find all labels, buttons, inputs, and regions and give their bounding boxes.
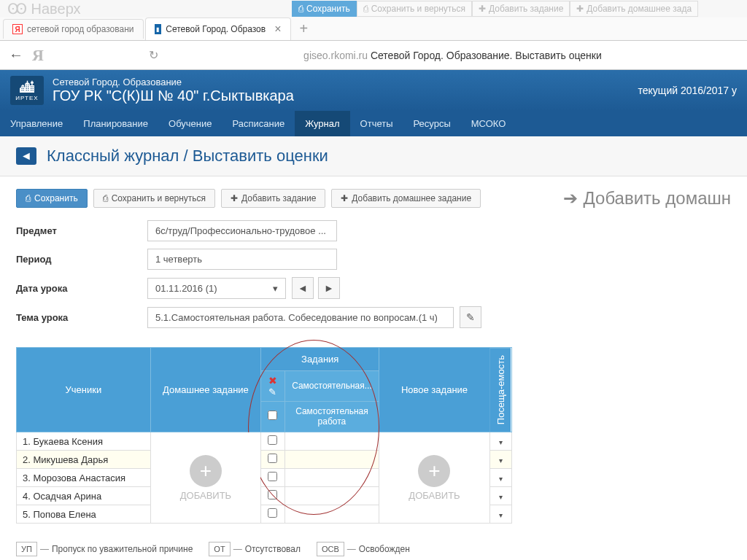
background-toolbar: Ꙭ Наверх ⎙ Сохранить ⎙ Сохранить и верну…	[0, 0, 747, 18]
attendance-header: Посеща-емость	[489, 348, 511, 432]
nav-planning[interactable]: Планирование	[73, 111, 158, 136]
favicon-irtech: ▮	[155, 24, 162, 34]
app-name: Сетевой Город. Образование	[53, 77, 638, 88]
address-bar: ← Я ↻ giseo.rkomi.ru Сетевой Город. Обра…	[0, 41, 747, 70]
add-homework-cell[interactable]: + ДОБАВИТЬ	[150, 432, 260, 524]
bg-add-task-btn: ✚ Добавить задание	[472, 1, 570, 17]
attendance-select[interactable]	[489, 469, 511, 487]
task-checkbox[interactable]	[261, 451, 285, 469]
period-label: Период	[16, 254, 147, 265]
school-name: ГОУ РК "С(К)Ш № 40" г.Сыктывкара	[53, 88, 638, 104]
bg-add-hw-btn: ✚ Добавить домашнее зада	[570, 1, 698, 17]
next-date-button[interactable]: ►	[318, 277, 340, 299]
save-button[interactable]: ⎙Сохранить	[16, 189, 88, 208]
new-task-header: Новое задание	[379, 348, 489, 432]
grade-cell[interactable]	[285, 487, 379, 505]
school-year: текущий 2016/2017 у	[638, 85, 737, 96]
student-name: 1. Букаева Ксения	[17, 432, 151, 451]
attendance-select[interactable]	[489, 505, 511, 524]
url-display[interactable]: giseo.rkomi.ru Сетевой Город. Образовани…	[167, 50, 738, 61]
nav-journal[interactable]: Журнал	[295, 111, 349, 136]
attendance-select[interactable]	[489, 432, 511, 451]
save-icon: ⎙	[103, 193, 108, 203]
breadcrumb-text: Классный журнал / Выставить оценки	[47, 147, 328, 166]
back-icon[interactable]: ◄	[16, 147, 36, 165]
attendance-select[interactable]	[489, 451, 511, 469]
reload-button[interactable]: ↻	[149, 48, 158, 62]
action-bar: ⎙Сохранить ⎙Сохранить и вернуться ✚Добав…	[0, 176, 747, 216]
task-checkbox[interactable]	[261, 505, 285, 524]
save-icon: ⎙	[26, 193, 31, 203]
add-homework-button[interactable]: ✚Добавить домашнее задание	[331, 189, 481, 208]
nav-msoko[interactable]: МСОКО	[461, 111, 516, 136]
yandex-logo[interactable]: Я	[32, 46, 44, 65]
plus-icon: ✚	[231, 193, 238, 203]
period-select[interactable]: 1 четверть	[147, 249, 337, 270]
close-tab-icon[interactable]: ×	[274, 23, 281, 36]
subject-select[interactable]: 6с/труд/Профессионально-трудовое ...	[147, 220, 337, 241]
nav-reports[interactable]: Отчеты	[350, 111, 403, 136]
add-task-cell[interactable]: + ДОБАВИТЬ	[379, 432, 489, 524]
delete-task-icon[interactable]: ✖✎	[261, 371, 285, 401]
students-header: Ученики	[17, 348, 151, 432]
breadcrumb-bar: ◄ Классный журнал / Выставить оценки	[0, 136, 747, 176]
plus-circle-icon: +	[190, 455, 222, 487]
task-checkbox[interactable]	[261, 487, 285, 505]
grades-grid-wrap: Ученики Домашнее задание Задания Новое з…	[0, 340, 747, 531]
attendance-select[interactable]	[489, 487, 511, 505]
tab-2-label: Сетевой Город. Образов	[166, 24, 266, 34]
student-name: 5. Попова Елена	[17, 505, 151, 524]
table-row: 1. Букаева Ксения + ДОБАВИТЬ + ДОБАВИТЬ	[17, 432, 512, 451]
task-type-header: Самостоятельная работа	[285, 401, 379, 432]
naverh-text: Ꙭ Наверх	[7, 0, 292, 18]
irtech-logo: 🏙 ИРТЕХ	[10, 76, 44, 105]
nav-resources[interactable]: Ресурсы	[403, 111, 461, 136]
plus-icon: ✚	[341, 193, 348, 203]
arrow-right-icon: ➔	[563, 188, 578, 209]
select-all-checkbox[interactable]	[261, 401, 285, 432]
new-tab-button[interactable]: +	[293, 20, 316, 37]
subject-label: Предмет	[16, 225, 147, 236]
homework-header: Домашнее задание	[150, 348, 260, 432]
side-heading: ➔ Добавить домашн	[563, 188, 731, 209]
date-label: Дата урока	[16, 283, 147, 294]
grade-cell[interactable]	[285, 451, 379, 469]
edit-topic-button[interactable]: ✎	[460, 306, 481, 328]
date-select[interactable]: 01.11.2016 (1)▾	[147, 278, 286, 299]
app-header: 🏙 ИРТЕХ Сетевой Город. Образование ГОУ Р…	[0, 70, 747, 111]
filters-form: Предмет 6с/труд/Профессионально-трудовое…	[0, 216, 747, 340]
bg-save-return-btn: ⎙ Сохранить и вернуться	[357, 1, 472, 17]
logo-building-icon: 🏙	[20, 80, 34, 95]
task-checkbox[interactable]	[261, 469, 285, 487]
legend: УП—Пропуск по уважительной причине ОТ—От…	[0, 531, 747, 560]
topic-select[interactable]: 5.1.Самостоятельная работа. Собеседовани…	[147, 307, 454, 328]
browser-tabs: Я сетевой город образовани ▮ Сетевой Гор…	[0, 18, 747, 41]
legend-up-box: УП	[16, 542, 37, 556]
save-return-button[interactable]: ⎙Сохранить и вернуться	[93, 189, 215, 208]
grade-cell[interactable]	[285, 432, 379, 451]
bg-save-btn: ⎙ Сохранить	[292, 1, 357, 17]
legend-osv-box: ОСВ	[317, 542, 344, 556]
grades-table: Ученики Домашнее задание Задания Новое з…	[16, 347, 512, 524]
add-task-button[interactable]: ✚Добавить задание	[221, 189, 325, 208]
nav-management[interactable]: Управление	[0, 111, 73, 136]
student-name: 2. Микушева Дарья	[17, 451, 151, 469]
nav-learning[interactable]: Обучение	[158, 111, 222, 136]
tab-1-label: сетевой город образовани	[27, 24, 134, 34]
topic-label: Тема урока	[16, 312, 147, 323]
browser-tab-1[interactable]: Я сетевой город образовани	[3, 19, 144, 39]
student-name: 4. Осадчая Арина	[17, 487, 151, 505]
nav-schedule[interactable]: Расписание	[222, 111, 295, 136]
task-checkbox[interactable]	[261, 432, 285, 451]
student-name: 3. Морозова Анастасия	[17, 469, 151, 487]
task-name-header[interactable]: Самостоятельная...	[285, 371, 379, 401]
grade-cell[interactable]	[285, 469, 379, 487]
tasks-header: Задания	[261, 348, 379, 371]
plus-circle-icon: +	[418, 455, 450, 487]
back-button[interactable]: ←	[9, 47, 23, 63]
grade-cell[interactable]	[285, 505, 379, 524]
prev-date-button[interactable]: ◄	[292, 277, 314, 299]
legend-ot-box: ОТ	[209, 542, 230, 556]
browser-tab-2[interactable]: ▮ Сетевой Город. Образов ×	[145, 18, 291, 40]
main-nav: Управление Планирование Обучение Расписа…	[0, 111, 747, 136]
